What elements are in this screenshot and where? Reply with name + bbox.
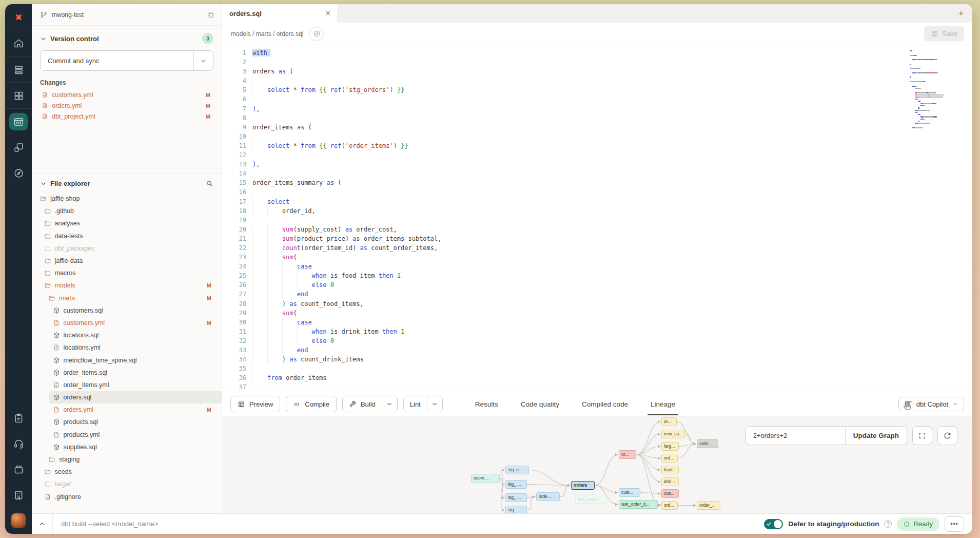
expand-command-bar[interactable] xyxy=(32,521,52,528)
tree-item-orders.yml[interactable]: orders.ymlM xyxy=(32,404,222,416)
lineage-node-y1[interactable]: or.... xyxy=(661,417,677,426)
tree-item-staging[interactable]: staging xyxy=(32,453,222,466)
lineage-node-ecom[interactable]: ecom.... xyxy=(471,474,500,483)
lineage-node-stg4[interactable]: stg_.... xyxy=(505,506,527,513)
lineage-node-pinkhub[interactable]: or... xyxy=(619,450,636,459)
tab-code-quality[interactable]: Code quality xyxy=(520,393,560,415)
refresh-button[interactable] xyxy=(937,426,957,445)
home-icon[interactable] xyxy=(5,30,32,56)
tree-item-locations.sql[interactable]: locations.sql xyxy=(32,329,222,341)
ready-status-badge[interactable]: Ready xyxy=(897,517,939,531)
more-options-button[interactable]: ••• xyxy=(945,516,964,532)
tab-lineage[interactable]: Lineage xyxy=(650,393,676,415)
update-graph-button[interactable]: Update Graph xyxy=(845,427,907,445)
tree-item-jaffle-data[interactable]: jaffle-data xyxy=(32,255,222,267)
preview-button[interactable]: Preview xyxy=(230,396,280,412)
tree-item-metricflow_time_spine.sql[interactable]: metricflow_time_spine.sql xyxy=(32,354,222,366)
explorer-compass-icon[interactable] xyxy=(5,160,32,186)
dashboard-icon[interactable] xyxy=(5,83,32,108)
lineage-node-ghost[interactable]: test_suppl... xyxy=(575,495,607,504)
changed-file-dbt_project.yml[interactable]: dbt_project.ymlM xyxy=(40,111,213,122)
user-avatar[interactable] xyxy=(11,513,26,528)
tree-item-.gitignore[interactable]: .gitignore xyxy=(32,491,222,503)
lineage-node-stg1[interactable]: stg_o.... xyxy=(505,466,529,474)
close-icon[interactable]: ✕ xyxy=(325,9,331,17)
tree-item-locations.yml[interactable]: locations.yml xyxy=(32,341,222,354)
chevron-down-icon[interactable] xyxy=(40,180,47,187)
support-headset-icon[interactable] xyxy=(5,431,32,456)
code-editor[interactable]: 1with23orders as (45 select * from {{ re… xyxy=(222,45,972,392)
tree-item-macros[interactable]: macros xyxy=(32,267,222,279)
chevron-down-icon[interactable] xyxy=(40,35,47,42)
branch-name[interactable]: mwong-test xyxy=(52,11,84,18)
copy-icon[interactable] xyxy=(207,11,214,18)
lineage-node-y2[interactable]: new_cu... xyxy=(661,430,685,438)
lineage-node-y3[interactable]: larg... xyxy=(661,442,679,451)
tree-item-models[interactable]: modelsM xyxy=(32,279,222,292)
lineage-node-orders[interactable]: orders xyxy=(571,481,595,490)
help-icon[interactable]: ? xyxy=(884,520,892,528)
changed-file-orders.yml[interactable]: orders.ymlM xyxy=(40,100,213,111)
fullscreen-button[interactable] xyxy=(912,426,932,445)
tree-item-order_items.yml[interactable]: order_items.yml xyxy=(32,379,222,391)
open-in-explorer-button[interactable] xyxy=(309,27,324,41)
minimap[interactable] xyxy=(910,50,952,131)
lint-dropdown[interactable] xyxy=(427,396,442,412)
save-button[interactable]: Save xyxy=(924,26,964,42)
build-dropdown[interactable] xyxy=(382,396,397,412)
compile-button[interactable]: Compile xyxy=(286,396,337,412)
tab-compiled-code[interactable]: Compiled code xyxy=(581,393,629,415)
environments-icon[interactable] xyxy=(5,56,32,82)
lineage-node-gray[interactable]: orde... xyxy=(697,439,718,448)
tree-item-jaffle-shop[interactable]: jaffle-shop xyxy=(32,193,222,205)
build-button[interactable]: Build xyxy=(343,396,382,412)
orchestration-icon[interactable] xyxy=(5,134,32,160)
lineage-node-y5[interactable]: food... xyxy=(661,466,679,474)
clipboard-icon[interactable] xyxy=(5,405,32,431)
tree-item-supplies.sql[interactable]: supplies.sql xyxy=(32,441,222,453)
tree-item-marts[interactable]: martsM xyxy=(32,292,222,304)
organization-icon[interactable] xyxy=(5,482,32,508)
new-tab-button[interactable]: + xyxy=(950,4,972,23)
tab-orders-sql[interactable]: orders.sql ✕ xyxy=(222,4,337,23)
lineage-node-testoi[interactable]: test_order_it... xyxy=(619,500,658,509)
dbt-logo[interactable] xyxy=(5,4,32,30)
version-control-title: Version control xyxy=(50,35,99,43)
lineage-node-stg3[interactable]: stg_.... xyxy=(505,493,527,502)
lineage-node-cust[interactable]: cust... xyxy=(619,488,640,497)
tree-item-products.sql[interactable]: products.sql xyxy=(32,416,222,428)
tree-item-dbt_packages[interactable]: dbt_packages xyxy=(32,242,222,255)
changed-file-customers.yml[interactable]: customers.ymlM xyxy=(40,89,213,100)
lineage-node-cuspink[interactable]: cus... xyxy=(661,489,679,498)
docs-icon[interactable] xyxy=(5,456,32,482)
lineage-node-y4[interactable]: ord... xyxy=(661,454,678,463)
tree-item-analyses[interactable]: analyses xyxy=(32,217,222,229)
tree-item-order_items.sql[interactable]: order_items.sql xyxy=(32,367,222,379)
command-input[interactable]: dbt build --select <model_name> xyxy=(52,514,764,534)
tree-item-seeds[interactable]: seeds xyxy=(32,466,222,478)
tree-item-products.yml[interactable]: products.yml xyxy=(32,429,222,441)
tree-item-.github[interactable]: .github xyxy=(32,205,222,217)
lineage-panel[interactable]: ecom....stg_o....stg_....stg_....stg_...… xyxy=(222,416,972,513)
lineage-node-ordmid[interactable]: orde.... xyxy=(536,492,560,501)
tree-item-customers.sql[interactable]: customers.sql xyxy=(32,304,222,317)
tree-item-customers.yml[interactable]: customers.ymlM xyxy=(32,317,222,329)
tab-results[interactable]: Results xyxy=(474,393,499,415)
tab-bar: orders.sql ✕ + xyxy=(222,4,972,23)
code-line-17: 17 select xyxy=(222,197,972,206)
lineage-filter-input[interactable]: 2+orders+2 xyxy=(746,427,845,445)
code-line-7: 7), xyxy=(222,104,972,113)
tree-item-orders.sql[interactable]: orders.sql xyxy=(49,391,222,404)
tree-item-data-tests[interactable]: data-tests xyxy=(32,230,222,242)
tree-item-target[interactable]: target xyxy=(32,478,222,490)
commit-dropdown[interactable] xyxy=(193,51,213,70)
lineage-node-stg2[interactable]: stg_.... xyxy=(505,480,527,489)
lint-button[interactable]: Lint xyxy=(404,396,427,412)
search-icon[interactable] xyxy=(206,180,213,187)
commit-and-sync-button[interactable]: Commit and sync xyxy=(40,50,213,71)
defer-toggle[interactable] xyxy=(764,519,783,529)
lineage-node-y8[interactable]: order_... xyxy=(697,501,720,510)
lineage-node-y7[interactable]: ord... xyxy=(661,501,678,510)
ide-icon[interactable] xyxy=(5,109,32,134)
lineage-node-y6[interactable]: drin... xyxy=(661,477,679,486)
